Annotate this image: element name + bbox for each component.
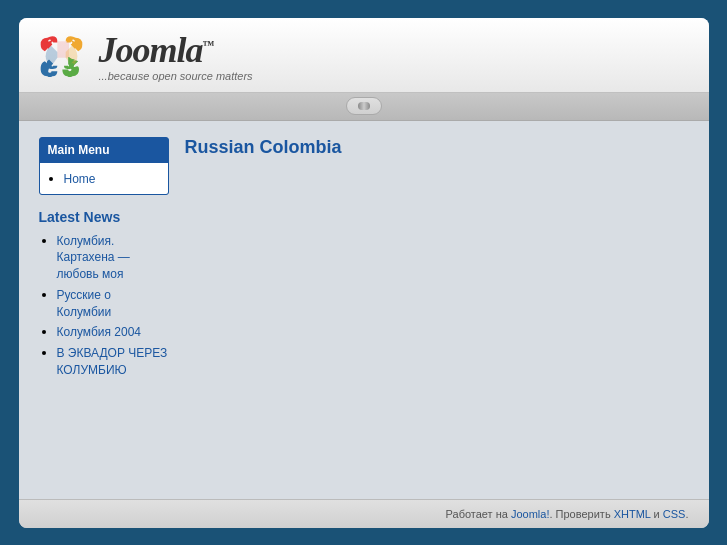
latest-news-section: Latest News Колумбия. Картахена — любовь… [39, 209, 169, 379]
news-link-3[interactable]: Колумбия 2004 [57, 325, 142, 339]
latest-news-title: Latest News [39, 209, 169, 225]
joomla-icon [39, 36, 89, 78]
joomla-wordmark: Joomla™ [99, 32, 253, 68]
news-link-4[interactable]: В ЭКВАДОР ЧЕРЕЗ КОЛУМБИЮ [57, 346, 168, 377]
sidebar: Main Menu Home Latest News Колумбия. Ка [39, 137, 169, 383]
joomla-trademark: ™ [203, 38, 214, 52]
article-area: Russian Colombia [185, 137, 689, 383]
main-window: Joomla™ ...because open source matters M… [19, 18, 709, 528]
logo-area: Joomla™ ...because open source matters [39, 32, 689, 82]
main-menu-box: Main Menu Home [39, 137, 169, 195]
main-content: Main Menu Home Latest News Колумбия. Ка [19, 121, 709, 499]
joomla-text-area: Joomla™ ...because open source matters [99, 32, 253, 82]
joomla-logo [39, 36, 89, 78]
news-link-2[interactable]: Русские о Колумбии [57, 288, 112, 319]
content-row: Main Menu Home Latest News Колумбия. Ка [39, 137, 689, 383]
footer-text-and: и [651, 508, 663, 520]
list-item: Колумбия 2004 [57, 324, 169, 341]
footer-xhtml-link[interactable]: XHTML [614, 508, 651, 520]
footer-joomla-link[interactable]: Joomla! [511, 508, 550, 520]
list-item: Русские о Колумбии [57, 287, 169, 321]
main-menu-list: Home [48, 171, 160, 186]
main-menu-title: Main Menu [40, 138, 168, 162]
joomla-name: Joomla [99, 30, 203, 70]
footer-text-mid: . Проверить [549, 508, 613, 520]
joomla-tagline: ...because open source matters [99, 70, 253, 82]
collapse-button[interactable] [346, 97, 382, 115]
footer: Работает на Joomla!. Проверить XHTML и C… [19, 499, 709, 528]
news-link-1[interactable]: Колумбия. Картахена — любовь моя [57, 234, 130, 282]
home-link[interactable]: Home [64, 172, 96, 186]
article-title: Russian Colombia [185, 137, 689, 158]
divider-bar [19, 93, 709, 121]
main-menu-body: Home [40, 162, 168, 194]
collapse-icon [358, 102, 370, 110]
header: Joomla™ ...because open source matters [19, 18, 709, 93]
footer-css-link[interactable]: CSS [663, 508, 686, 520]
footer-text-end: . [685, 508, 688, 520]
list-item: В ЭКВАДОР ЧЕРЕЗ КОЛУМБИЮ [57, 345, 169, 379]
list-item: Колумбия. Картахена — любовь моя [57, 233, 169, 283]
news-list: Колумбия. Картахена — любовь моя Русские… [39, 233, 169, 379]
list-item: Home [64, 171, 160, 186]
footer-text-before: Работает на [446, 508, 511, 520]
